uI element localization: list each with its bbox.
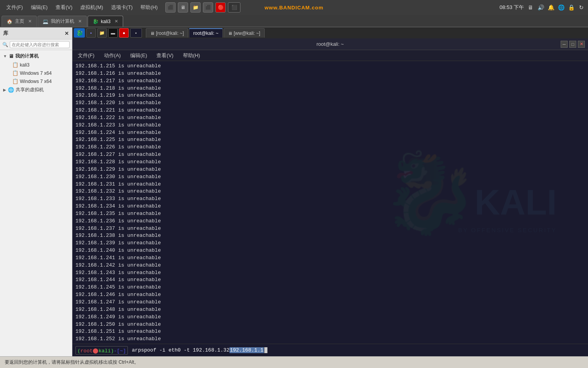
terminal-icon-red[interactable]: ● [119,28,129,38]
sidebar-item-shared[interactable]: ▶ 🌐 共享的虚拟机 [0,85,72,94]
output-line: 192.168.1.232 is unreachable [75,188,585,195]
expand-placeholder [9,63,11,67]
toolbar-btn-2[interactable]: 🖥 [178,2,188,13]
tray-icon-refresh[interactable]: ↻ [578,4,585,11]
terminal-container: 🐉 ▪ 📁 ▬ ● ▪ 🖥 [ro [72,27,588,356]
bandicam-logo: www.BANDICAM.com [265,5,324,11]
tray-icon-lock[interactable]: 🔒 [568,4,575,11]
sidebar-item-mypc[interactable]: ▼ 🖥 我的计算机 [0,52,72,61]
kali-icon[interactable]: 🐉 [74,28,85,38]
prompt-host: kali [99,348,111,354]
expand-placeholder3 [9,79,11,83]
tab-kali3-close[interactable]: ✕ [115,19,118,24]
sidebar-item-mypc-label: 我的计算机 [15,53,39,60]
output-line: 192.168.1.234 is unreachable [75,203,585,210]
vm-icon-win7a: 📋 [12,70,18,76]
win-close[interactable]: ✕ [578,41,585,48]
tab-mypc-label: 我的计算机 [51,18,74,25]
sidebar-item-kali3-label: kali3 [20,62,30,68]
tab-kali3-label: kali3 [101,19,111,24]
output-line: 192.168.1.244 is unreachable [75,276,585,284]
output-line: 192.168.1.226 is unreachable [75,144,585,151]
expand-icon: ▼ [3,54,7,58]
menu-file[interactable]: 文件(F) [3,2,26,13]
sidebar-item-kali3[interactable]: 📋 kali3 [6,61,72,69]
toolbar-btn-6[interactable]: ⬛ [228,2,240,13]
term-menu-edit[interactable]: 编辑(E) [128,51,149,60]
output-line: 192.168.1.243 is unreachable [75,269,585,277]
system-bar: 文件(F) 编辑(E) 查看(V) 虚拟机(M) 选项卡(T) 帮助(H) ⬛ … [0,0,588,15]
output-line: 192.168.1.222 is unreachable [75,114,585,122]
menu-help[interactable]: 帮助(H) [137,2,161,13]
tray-icon-monitor[interactable]: 🖥 [527,4,534,11]
output-line: 192.168.1.238 is unreachable [75,232,585,240]
toolbar-btn-1[interactable]: ⬛ [165,2,176,13]
output-line: 192.168.1.241 is unreachable [75,254,585,262]
term-menu-help[interactable]: 帮助(H) [181,51,203,60]
terminal-tab-2[interactable]: root@kali: ~ [189,28,223,38]
tab-mypc-close[interactable]: ✕ [78,19,82,24]
win-minimize[interactable]: ─ [561,41,568,48]
prompt-cmd-highlight: 192.168.1.1 [229,347,264,353]
output-line: 192.168.1.251 is unreachable [75,328,585,336]
term-menu-view[interactable]: 查看(V) [154,51,176,60]
toolbar-btn-3[interactable]: 📁 [190,2,201,13]
terminal-icon-term[interactable]: ▬ [108,28,118,38]
win-restore[interactable]: □ [569,41,576,48]
toolbar-btn-5[interactable]: 🔴 [215,2,226,13]
search-input[interactable] [10,41,70,48]
terminal-icon-cmd[interactable]: ▪ [130,28,142,38]
tray-icon-volume[interactable]: 🔊 [537,4,544,11]
sidebar-item-win7a[interactable]: 📋 Windows 7 x64 [6,69,72,77]
menu-tab[interactable]: 选项卡(T) [108,2,136,13]
terminal-output[interactable]: 🐉 KALI BY OFFENSIVE SECURITY 192.168.1.2… [72,61,588,344]
terminal-titlebar: root@kali: ~ ─ □ ✕ [72,38,588,50]
terminal-tab2-label: root@kali: ~ [193,31,219,36]
sidebar-item-win7b[interactable]: 📋 Windows 7 x64 [6,77,72,85]
status-text: 要返回到您的计算机，请将鼠标指针从虚拟机移出或按 Ctrl+Alt。 [5,359,139,366]
sidebar-search-bar: 🔍 [0,40,72,50]
menu-vm[interactable]: 虚拟机(M) [77,2,106,13]
vm-icon-kali: 📋 [12,62,18,68]
output-line: 192.168.1.246 is unreachable [75,291,585,299]
terminal-icon-desktop[interactable]: ▪ [86,28,96,38]
output-line: 192.168.1.235 is unreachable [75,210,585,218]
terminal-title: root@kali: ~ [317,41,344,47]
term-menu-action[interactable]: 动作(A) [102,51,123,60]
output-line: 192.168.1.223 is unreachable [75,122,585,129]
sidebar-item-shared-label: 共享的虚拟机 [16,87,44,93]
tab-home-close[interactable]: ✕ [28,19,32,24]
tab-home-label: 主页 [15,18,24,25]
output-line: 192.168.1.225 is unreachable [75,136,585,144]
output-line: 192.168.1.227 is unreachable [75,151,585,159]
sys-tray: 08:53 下午 🖥 🔊 🔔 🌐 🔒 ↻ [497,0,588,15]
output-line: 192.168.1.218 is unreachable [75,85,585,92]
tab-home[interactable]: 🏠 主页 ✕ [2,16,37,27]
menu-edit[interactable]: 编辑(E) [28,2,51,13]
sidebar-close-btn[interactable]: ✕ [65,31,69,36]
terminal-icon-files[interactable]: 📁 [97,28,107,38]
output-line: 192.168.1.233 is unreachable [75,195,585,203]
output-line: 192.168.1.239 is unreachable [75,240,585,247]
vm-icon-win7b: 📋 [12,78,18,84]
output-line: 192.168.1.228 is unreachable [75,159,585,166]
tab-mypc[interactable]: 💻 我的计算机 ✕ [38,16,87,27]
tray-icon-notification[interactable]: 🔔 [547,4,554,11]
output-line: 192.168.1.240 is unreachable [75,247,585,254]
tab-kali3[interactable]: 🐉 kali3 ✕ [88,16,123,27]
prompt-dash: -[ [114,348,120,354]
term-menu-file[interactable]: 文件(F) [75,51,97,60]
output-line: 192.168.1.253 is unreachable [75,343,585,344]
terminal-tab-1[interactable]: 🖥 [root@kali: ~] [146,28,188,38]
search-icon: 🔍 [2,42,8,47]
tray-icon-network[interactable]: 🌐 [558,4,565,11]
output-line: 192.168.1.236 is unreachable [75,218,585,225]
terminal-tab-3[interactable]: 🖥 [ww@kali: ~] [224,28,265,38]
toolbar-btn-4[interactable]: ⬛ [203,2,213,13]
tab-bar: 🏠 主页 ✕ 💻 我的计算机 ✕ 🐉 kali3 ✕ [0,15,588,27]
terminal-cursor [264,347,267,353]
menu-view[interactable]: 查看(V) [52,2,75,13]
output-line: 192.168.1.245 is unreachable [75,284,585,291]
output-line: 192.168.1.230 is unreachable [75,173,585,181]
terminal-tab1-icon: 🖥 [150,31,154,36]
